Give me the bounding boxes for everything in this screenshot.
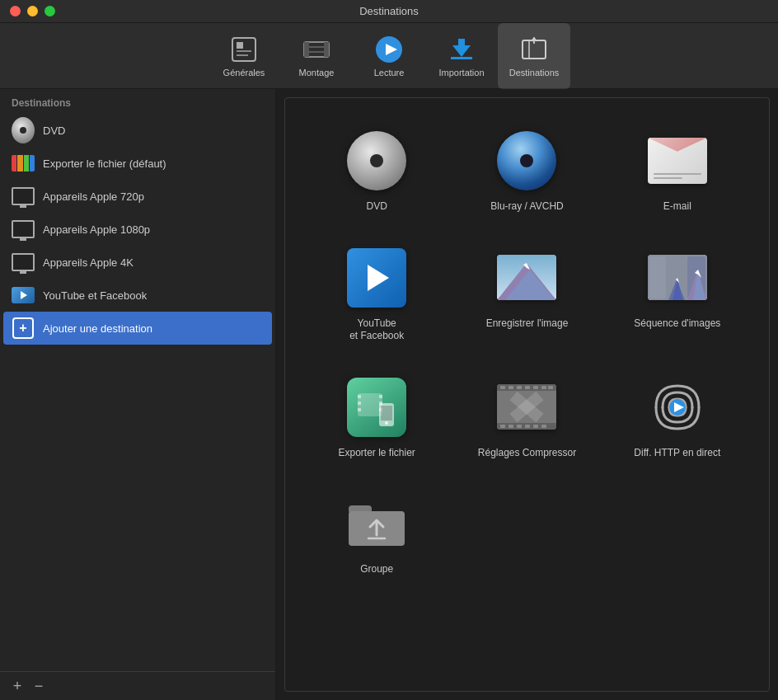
toolbar-item-destinations[interactable]: Destinations — [498, 23, 570, 89]
sidebar-item-apple4k[interactable]: Appareils Apple 4K — [0, 246, 275, 279]
close-button[interactable] — [10, 6, 21, 16]
dest-bluray-icon — [494, 128, 560, 194]
toolbar-item-generales[interactable]: Générales — [208, 23, 280, 89]
apple4k-icon — [12, 251, 35, 274]
exporter-icon — [12, 152, 35, 175]
svg-rect-54 — [541, 425, 546, 428]
svg-marker-11 — [452, 45, 471, 57]
svg-rect-49 — [500, 425, 505, 428]
svg-rect-29 — [358, 393, 382, 416]
sidebar-footer: + − — [0, 671, 275, 700]
toolbar-item-lecture[interactable]: Lecture — [353, 23, 425, 89]
dest-email[interactable]: E-mail — [611, 115, 744, 223]
dest-enregistrer-icon — [494, 245, 560, 311]
svg-rect-51 — [517, 425, 522, 428]
dest-youtube-label: YouTube et Facebook — [349, 317, 404, 343]
apple720-icon — [12, 185, 35, 208]
sidebar-item-exporter[interactable]: Exporter le fichier (défaut) — [0, 147, 275, 180]
svg-rect-43 — [509, 386, 513, 389]
svg-rect-12 — [458, 39, 465, 47]
generales-icon — [229, 35, 259, 64]
dest-enregistrer-label: Enregistrer l'image — [486, 317, 569, 331]
ajouter-icon: + — [12, 317, 35, 340]
dest-youtube-icon — [344, 245, 410, 311]
dest-compressor-icon — [494, 374, 560, 440]
sidebar-item-ajouter[interactable]: + Ajouter une destination — [3, 312, 272, 345]
toolbar-item-importation[interactable]: Importation — [425, 23, 498, 89]
dest-http-label: Diff. HTTP en direct — [634, 447, 720, 460]
sidebar-item-apple1080[interactable]: Appareils Apple 1080p — [0, 213, 275, 246]
dest-exporter[interactable]: Exporter le fichier — [310, 361, 443, 470]
dest-compressor-label: Réglages Compressor — [478, 447, 576, 460]
main-area: Destinations DVD Expo — [0, 89, 778, 700]
dest-dvd-label: DVD — [366, 200, 387, 214]
importation-icon — [447, 35, 476, 64]
svg-rect-48 — [548, 386, 553, 389]
apple1080-icon — [12, 218, 35, 241]
toolbar-item-montage[interactable]: Montage — [280, 23, 353, 89]
sidebar-item-apple720[interactable]: Appareils Apple 720p — [0, 180, 275, 213]
dest-compressor[interactable]: Réglages Compressor — [460, 361, 593, 470]
montage-label: Montage — [299, 68, 335, 78]
destinations-icon — [519, 35, 549, 64]
window-title: Destinations — [359, 5, 419, 17]
sidebar-item-exporter-label: Exporter le fichier (défaut) — [43, 157, 166, 170]
youtube-sidebar-icon — [12, 284, 35, 307]
maximize-button[interactable] — [45, 6, 55, 16]
svg-rect-53 — [533, 425, 538, 428]
dest-sequence[interactable]: Séquence d'images — [611, 232, 744, 353]
svg-rect-6 — [324, 42, 329, 57]
remove-destination-button[interactable]: − — [30, 677, 48, 695]
sidebar-item-apple720-label: Appareils Apple 720p — [43, 190, 144, 203]
sidebar: Destinations DVD Expo — [0, 89, 276, 700]
toolbar: Générales Montage Lecture — [0, 23, 778, 89]
dest-http[interactable]: Diff. HTTP en direct — [611, 361, 744, 470]
dest-email-label: E-mail — [663, 200, 691, 214]
lecture-label: Lecture — [374, 68, 405, 78]
sidebar-item-dvd-label: DVD — [43, 124, 65, 137]
svg-point-38 — [385, 421, 388, 425]
svg-rect-20 — [649, 256, 666, 298]
sidebar-item-ajouter-label: Ajouter une destination — [43, 322, 152, 335]
dvd-icon — [12, 119, 35, 142]
sidebar-items: DVD Exporter le fichier (défaut) — [0, 114, 275, 671]
svg-rect-33 — [379, 395, 382, 398]
sidebar-item-dvd[interactable]: DVD — [0, 114, 275, 147]
svg-rect-5 — [304, 42, 309, 57]
dest-exporter-icon — [344, 374, 410, 440]
dest-enregistrer[interactable]: Enregistrer l'image — [460, 232, 593, 353]
svg-rect-52 — [525, 425, 530, 428]
svg-rect-1 — [237, 42, 243, 49]
montage-icon — [302, 35, 331, 64]
dest-groupe[interactable]: Groupe — [310, 477, 443, 586]
dest-groupe-icon — [344, 491, 410, 557]
title-bar: Destinations — [0, 0, 778, 23]
svg-rect-37 — [381, 406, 392, 420]
dest-dvd-icon — [344, 128, 410, 194]
dest-bluray-label: Blu-ray / AVCHD — [490, 200, 563, 214]
importation-label: Importation — [438, 68, 484, 78]
dest-http-icon — [644, 374, 710, 440]
generales-label: Générales — [223, 68, 265, 78]
dest-groupe-label: Groupe — [360, 563, 393, 576]
svg-rect-2 — [237, 50, 251, 52]
add-destination-button[interactable]: + — [8, 677, 26, 695]
destinations-label: Destinations — [509, 68, 560, 78]
window-controls[interactable] — [10, 6, 55, 16]
dest-youtube[interactable]: YouTube et Facebook — [310, 232, 443, 353]
svg-rect-31 — [358, 402, 361, 405]
svg-rect-30 — [358, 395, 361, 398]
svg-rect-13 — [451, 57, 472, 59]
svg-rect-0 — [232, 38, 255, 61]
sidebar-item-youtube[interactable]: YouTube et Facebook — [0, 279, 275, 312]
svg-rect-32 — [358, 408, 361, 411]
dest-email-icon — [644, 128, 710, 194]
destinations-grid: DVD Blu-ray / AVCHD E-mail — [284, 97, 770, 692]
svg-rect-44 — [517, 386, 522, 389]
dest-bluray[interactable]: Blu-ray / AVCHD — [460, 115, 593, 223]
sidebar-item-apple1080-label: Appareils Apple 1080p — [43, 223, 150, 236]
svg-rect-47 — [541, 386, 546, 389]
minimize-button[interactable] — [27, 6, 38, 16]
svg-rect-3 — [237, 54, 248, 56]
dest-dvd[interactable]: DVD — [310, 115, 443, 223]
